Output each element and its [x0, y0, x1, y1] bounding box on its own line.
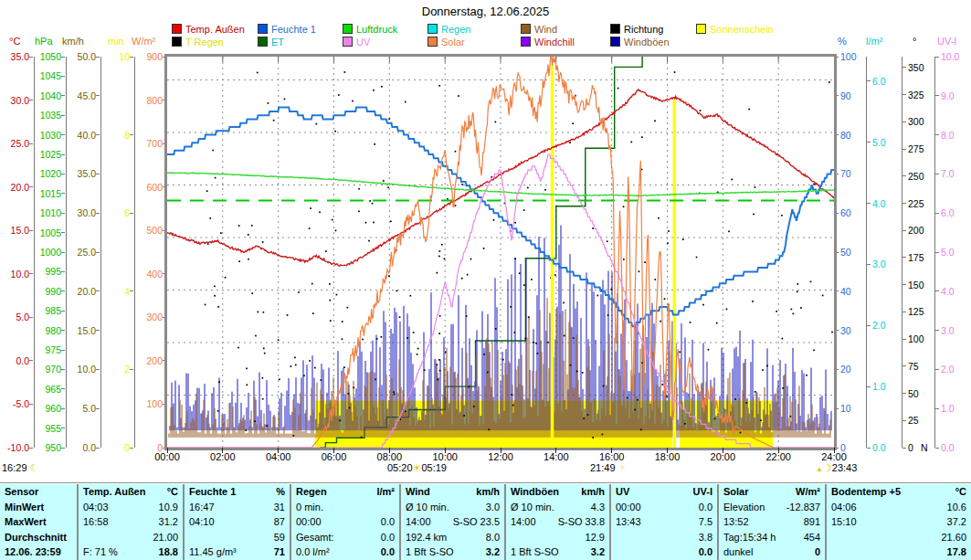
legend-swatch: [521, 24, 531, 34]
axis-tick: [902, 312, 906, 312]
x-axis-tick: [445, 448, 446, 453]
weather-chart-page: Donnerstag, 12.06.2025 Temp. AußenFeucht…: [0, 0, 971, 560]
table-row-label: MinWert: [0, 500, 77, 515]
cell-desc: F: 71 %: [83, 544, 118, 560]
axis-tick: [902, 203, 906, 204]
axis-label: 1045: [23, 71, 61, 81]
cell-desc: 192.4 km: [406, 530, 447, 545]
axis-tick: [96, 95, 100, 96]
axis-tick: [902, 230, 906, 231]
legend-label: Windchill: [534, 37, 575, 48]
axis-tick: [61, 350, 65, 351]
axis-label: 6: [91, 208, 130, 218]
moonrise-icon: ▲: [816, 465, 823, 473]
x-axis-tick: [723, 448, 723, 453]
axis-tick: [61, 154, 65, 155]
axis-label: 980: [23, 326, 61, 336]
axis-label: 10: [840, 404, 851, 414]
legend-swatch: [258, 37, 268, 47]
cell-desc: 14:00: [406, 514, 431, 530]
sun-icon: ☀: [413, 462, 422, 473]
axis-tick: [935, 448, 939, 449]
axis-label: 200: [124, 356, 163, 366]
legend-label: Solar: [441, 37, 465, 48]
axis-label: 1005: [23, 228, 61, 238]
cell-desc: 13:52: [723, 514, 749, 530]
axis-label: 975: [23, 345, 61, 355]
legend-item-regen: Regen: [427, 24, 470, 35]
cell-desc: 00:00: [296, 514, 322, 530]
table-column-wind: Windkm/hØ 10 min.3.014:00S-SO 23.5192.4 …: [399, 484, 504, 560]
legend-label: Wind: [534, 24, 557, 35]
axis-unit-l/m²: l/m²: [866, 36, 882, 47]
axis-tick: [96, 408, 100, 409]
legend-swatch: [427, 24, 438, 34]
legend-item-temp-au-en: Temp. Außen: [172, 24, 245, 35]
axis-tick: [935, 291, 939, 291]
axis-label: 5.0: [58, 404, 96, 414]
cell-value: 21.60: [941, 530, 966, 545]
axis-label: 8.0: [941, 131, 955, 141]
table-cell-row: Tag:15:34 h454: [719, 530, 825, 545]
axis-tick: [935, 134, 939, 135]
axis-label: 7.0: [941, 169, 955, 179]
axis-label: 20.0: [58, 287, 96, 297]
moon-icon: ☽: [823, 462, 832, 473]
legend-swatch: [610, 37, 620, 47]
axis-label: 985: [23, 306, 61, 316]
axis-tick: [935, 252, 939, 253]
legend-item-uv: UV: [343, 37, 370, 48]
table-header-row: UVUV-I: [611, 484, 717, 500]
axis-label: 400: [124, 269, 163, 280]
cell-desc: Ø 10 min.: [406, 500, 449, 515]
table-cell-row: Gesamt:0.0: [291, 530, 399, 545]
axis-label: 700: [124, 139, 163, 149]
legend-item-solar: Solar: [427, 37, 465, 48]
table-cell-row: 0 min.: [291, 500, 399, 515]
sunrise-marker: 05:20☀05:19: [387, 462, 447, 474]
table-cell-row: 15:1037.2: [827, 514, 971, 530]
legend-item-richtung: Richtung: [610, 24, 663, 35]
table-header-row: Windböenkm/h: [506, 484, 609, 500]
table-cell-row: 21.60: [827, 530, 971, 545]
axis-tick: [29, 317, 33, 318]
cell-desc: 04:03: [83, 500, 109, 515]
sunrise-time-b: 05:19: [421, 462, 447, 473]
sunset-time: 21:49: [590, 462, 616, 473]
table-header-row: Feuchte 1%: [185, 484, 290, 500]
table-cell-row: 1 Bft S-SO3.2: [401, 544, 504, 560]
table-cell-row: 16:4731: [185, 500, 290, 515]
table-column-windb-en: Windböenkm/hØ 10 min.4.314:00S-SO 33.812…: [504, 484, 609, 560]
axis-tick: [935, 369, 939, 370]
axis-label: 4.0: [941, 287, 955, 297]
axis-tick: [935, 174, 939, 174]
legend-swatch: [172, 24, 182, 34]
legend-swatch: [343, 24, 353, 34]
axis-bar: [134, 57, 135, 448]
table-cell-row: 04:0310.9: [79, 500, 183, 515]
cell-value: 71: [274, 544, 285, 560]
axis-label: 50.0: [58, 52, 96, 62]
x-axis-tick: [778, 448, 779, 453]
legend-label: Luftdruck: [356, 24, 397, 35]
axis-tick: [29, 360, 33, 361]
table-cell-row: 00:000.0: [611, 500, 717, 515]
axis-tick: [902, 393, 906, 394]
axis-tick: [61, 428, 65, 428]
axis-tick: [867, 80, 871, 81]
table-row-label: MaxWert: [0, 514, 77, 530]
cell-value: -12.837: [786, 500, 820, 515]
axis-tick: [130, 369, 133, 370]
legend-item-windb-en: Windböen: [610, 37, 670, 48]
axis-label: 250: [908, 172, 924, 182]
axis-label: 50: [840, 248, 851, 258]
stats-table: SensorMinWertMaxWertDurchschnitt12.06. 2…: [0, 484, 971, 560]
sunset-marker: 21:49 ☀: [590, 462, 627, 474]
axis-tick: [61, 232, 65, 233]
axis-label: 1.0: [872, 382, 886, 392]
table-header-row: Regenl/m²: [291, 484, 399, 500]
axis-tick: [902, 284, 906, 285]
cell-desc: 0 min.: [296, 500, 323, 515]
cell-desc: 1 Bft S-SO: [406, 544, 454, 560]
moonrise-marker: ▲☽23:43: [816, 462, 857, 474]
